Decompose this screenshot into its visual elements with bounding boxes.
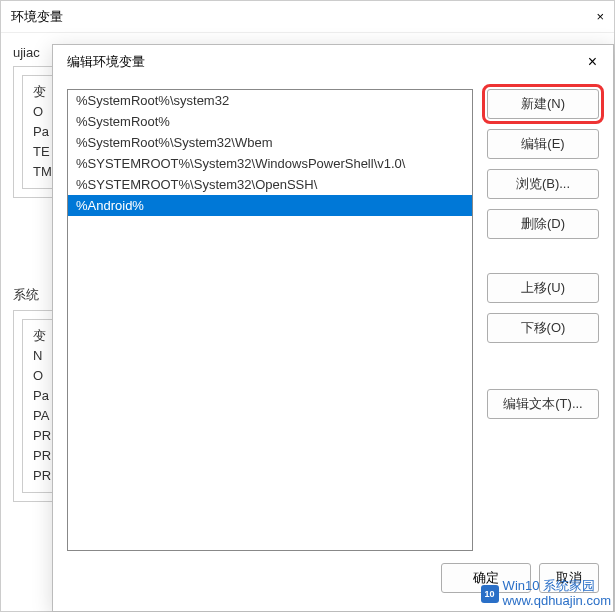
close-icon[interactable]: × <box>580 49 605 75</box>
delete-button[interactable]: 删除(D) <box>487 209 599 239</box>
path-list-item[interactable]: %SystemRoot%\System32\Wbem <box>68 132 472 153</box>
parent-title: 环境变量 <box>11 8 63 26</box>
ok-button[interactable]: 确定 <box>441 563 531 593</box>
path-list-item[interactable]: %SystemRoot%\system32 <box>68 90 472 111</box>
parent-titlebar: 环境变量 × <box>1 1 614 33</box>
dialog-title: 编辑环境变量 <box>67 53 145 71</box>
path-list-item[interactable]: %SystemRoot% <box>68 111 472 132</box>
dialog-body: %SystemRoot%\system32%SystemRoot%%System… <box>53 79 613 559</box>
path-list-item[interactable]: %SYSTEMROOT%\System32\WindowsPowerShell\… <box>68 153 472 174</box>
edit-text-button[interactable]: 编辑文本(T)... <box>487 389 599 419</box>
dialog-footer: 确定 取消 <box>53 559 613 605</box>
path-list-item[interactable]: %SYSTEMROOT%\System32\OpenSSH\ <box>68 174 472 195</box>
button-column: 新建(N) 编辑(E) 浏览(B)... 删除(D) 上移(U) 下移(O) 编… <box>487 89 599 551</box>
edit-env-var-dialog: 编辑环境变量 × %SystemRoot%\system32%SystemRoo… <box>52 44 614 612</box>
path-listbox[interactable]: %SystemRoot%\system32%SystemRoot%%System… <box>67 89 473 551</box>
move-down-button[interactable]: 下移(O) <box>487 313 599 343</box>
path-list-item[interactable]: %Android% <box>68 195 472 216</box>
dialog-titlebar: 编辑环境变量 × <box>53 45 613 79</box>
close-icon[interactable]: × <box>596 9 604 24</box>
move-up-button[interactable]: 上移(U) <box>487 273 599 303</box>
new-button[interactable]: 新建(N) <box>487 89 599 119</box>
cancel-button[interactable]: 取消 <box>539 563 599 593</box>
edit-button[interactable]: 编辑(E) <box>487 129 599 159</box>
browse-button[interactable]: 浏览(B)... <box>487 169 599 199</box>
